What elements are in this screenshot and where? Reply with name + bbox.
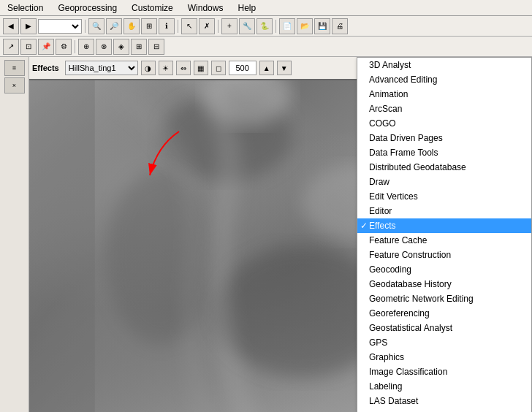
dropdown-item-label-13: Feature Construction (369, 250, 451, 260)
dropdown-item-label-0: 3D Analyst (369, 60, 411, 70)
t2-btn4[interactable]: ⚙ (56, 39, 72, 55)
toolbar-1: ◀ ▶ 🔍 🔎 ✋ ⊞ ℹ ↖ ✗ + 🔧 🐍 📄 📂 💾 🖨 (0, 16, 532, 37)
dropdown-item-3[interactable]: ArcScan (357, 102, 531, 116)
t2-btn2[interactable]: ⊡ (20, 39, 37, 55)
dropdown-item-14[interactable]: Geocoding (357, 262, 531, 277)
dropdown-item-label-7: Distributed Geodatabase (369, 162, 466, 172)
dropdown-item-12[interactable]: Feature Cache (357, 233, 531, 248)
dropdown-item-8[interactable]: Draw (357, 175, 531, 189)
dropdown-item-label-17: Georeferencing (369, 308, 430, 318)
menu-windows[interactable]: Windows (183, 1, 228, 15)
scale-combo[interactable] (38, 19, 82, 34)
dropdown-item-0[interactable]: 3D Analyst (357, 58, 531, 72)
dropdown-item-17[interactable]: Georeferencing (357, 306, 531, 321)
t2-btn1[interactable]: ↗ (3, 39, 19, 55)
dropdown-item-7[interactable]: Distributed Geodatabase (357, 160, 531, 175)
t2-btn3[interactable]: 📌 (38, 39, 54, 55)
dropdown-item-label-9: Edit Vertices (369, 191, 418, 202)
zoom-in-btn[interactable]: 🔍 (88, 18, 104, 34)
dropdown-item-label-23: LAS Dataset (369, 396, 418, 406)
close-panel-btn[interactable]: × (4, 77, 25, 94)
dropdown-item-label-3: ArcScan (369, 104, 402, 114)
layer-combo[interactable]: HillSha_ting1 (65, 61, 138, 75)
dropdown-item-20[interactable]: Graphics (357, 350, 531, 365)
dropdown-item-9[interactable]: Edit Vertices (357, 189, 531, 204)
dropdown-item-22[interactable]: Labeling (357, 379, 531, 394)
dropdown-item-18[interactable]: Geostatistical Analyst (357, 321, 531, 335)
menu-bar: Selection Geoprocessing Customize Window… (0, 0, 532, 16)
dropdown-item-label-19: GPS (369, 337, 387, 348)
dropdown-item-label-18: Geostatistical Analyst (369, 323, 452, 333)
t2-btn5[interactable]: ⊕ (78, 39, 94, 55)
dropdown-item-2[interactable]: Animation (357, 87, 531, 102)
dropdown-item-label-8: Draw (369, 177, 390, 187)
save-btn[interactable]: 💾 (314, 18, 330, 34)
dropdown-item-6[interactable]: Data Frame Tools (357, 145, 531, 160)
sep3 (218, 20, 218, 33)
pan-btn[interactable]: ✋ (123, 18, 140, 34)
menu-help[interactable]: Help (233, 1, 260, 15)
dropdown-item-label-1: Advanced Editing (369, 75, 437, 85)
dropdown-item-10[interactable]: Editor (357, 204, 531, 218)
dropdown-menu: 3D AnalystAdvanced EditingAnimationArcSc… (357, 57, 532, 412)
main-area: ≡ × Effects HillSha_ting1 ◑ ☀ ⇔ ▦ ◻ ▲ ▼ … (0, 57, 532, 412)
dropdown-item-15[interactable]: Geodatabase History (357, 277, 531, 291)
menu-geoprocessing[interactable]: Geoprocessing (53, 1, 121, 15)
add-data-btn[interactable]: + (221, 18, 238, 34)
t2-btn9[interactable]: ⊟ (148, 39, 164, 55)
clear-sel-btn[interactable]: ✗ (199, 18, 215, 34)
dropdown-item-label-4: COGO (369, 118, 396, 129)
new-map-btn[interactable]: 📄 (279, 18, 295, 34)
histogram-btn[interactable]: ▦ (194, 61, 208, 75)
t2-btn7[interactable]: ◈ (113, 39, 129, 55)
sep2 (178, 20, 178, 33)
spin-down-btn[interactable]: ▼ (277, 61, 292, 75)
svg-rect-5 (29, 80, 95, 412)
print-btn[interactable]: 🖨 (332, 18, 348, 34)
dropdown-item-16[interactable]: Geometric Network Editing (357, 291, 531, 306)
toc-btn[interactable]: ≡ (4, 60, 25, 76)
sep5 (75, 40, 75, 53)
dropdown-item-1[interactable]: Advanced Editing (357, 72, 531, 87)
contrast-btn[interactable]: ◑ (141, 61, 156, 75)
select-btn[interactable]: ↖ (181, 18, 197, 34)
sep4 (276, 20, 276, 33)
back-btn[interactable]: ◀ (3, 18, 19, 34)
dropdown-item-5[interactable]: Data Driven Pages (357, 131, 531, 145)
dropdown-item-label-2: Animation (369, 89, 408, 99)
dropdown-item-label-21: Image Classification (369, 367, 447, 377)
forward-btn[interactable]: ▶ (20, 18, 37, 34)
dropdown-item-4[interactable]: COGO (357, 116, 531, 131)
menu-customize[interactable]: Customize (127, 1, 178, 15)
dropdown-item-label-14: Geocoding (369, 264, 411, 275)
dropdown-item-23[interactable]: LAS Dataset (357, 394, 531, 408)
arc-toolbox-btn[interactable]: 🔧 (239, 18, 255, 34)
map-container: Effects HillSha_ting1 ◑ ☀ ⇔ ▦ ◻ ▲ ▼ × (29, 57, 532, 412)
t2-btn6[interactable]: ⊗ (96, 39, 112, 55)
dropdown-item-label-6: Data Frame Tools (369, 148, 438, 158)
dropdown-item-24[interactable]: Layout (357, 408, 531, 412)
dropdown-item-label-20: Graphics (369, 352, 404, 362)
left-panel: ≡ × (0, 57, 29, 412)
dropdown-item-11[interactable]: ✓Effects (357, 218, 531, 233)
full-extent-btn[interactable]: ⊞ (141, 18, 157, 34)
checkmark-icon: ✓ (360, 221, 368, 231)
dropdown-item-label-22: Labeling (369, 381, 402, 392)
dropdown-item-label-11: Effects (369, 221, 395, 231)
open-btn[interactable]: 📂 (297, 18, 313, 34)
t2-btn8[interactable]: ⊞ (131, 39, 147, 55)
identify-btn[interactable]: ℹ (159, 18, 175, 34)
arrow-down-svg (142, 131, 216, 190)
zoom-out-btn[interactable]: 🔎 (106, 18, 122, 34)
stretch-btn[interactable]: ⇔ (176, 61, 191, 75)
toolbar-2: ↗ ⊡ 📌 ⚙ ⊕ ⊗ ◈ ⊞ ⊟ (0, 37, 532, 57)
transparency-icon: ◻ (211, 61, 226, 75)
spin-up-btn[interactable]: ▲ (259, 61, 274, 75)
transparency-value[interactable] (229, 61, 256, 75)
python-btn[interactable]: 🐍 (256, 18, 273, 34)
dropdown-item-13[interactable]: Feature Construction (357, 248, 531, 262)
dropdown-item-21[interactable]: Image Classification (357, 365, 531, 379)
menu-selection[interactable]: Selection (3, 1, 48, 15)
brightness-btn[interactable]: ☀ (159, 61, 173, 75)
dropdown-item-19[interactable]: GPS (357, 335, 531, 350)
